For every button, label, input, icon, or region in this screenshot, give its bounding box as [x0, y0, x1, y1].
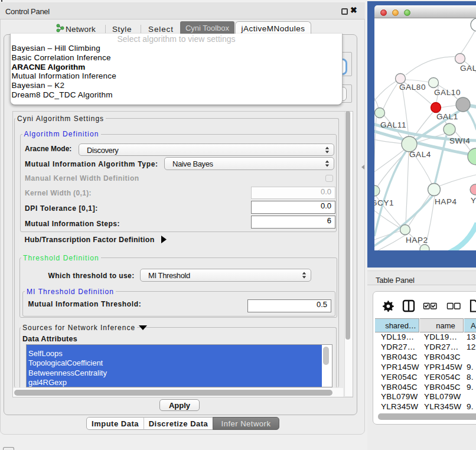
- svg-text:GAL11: GAL11: [380, 120, 406, 129]
- svg-text:GAL80: GAL80: [399, 83, 426, 92]
- svg-text:GAL4: GAL4: [409, 150, 431, 159]
- svg-text:GAL1: GAL1: [436, 112, 458, 121]
- svg-text:GCY1: GCY1: [374, 198, 394, 207]
- svg-text:GAL7: GAL7: [460, 64, 476, 73]
- svg-text:HAP2: HAP2: [406, 236, 428, 244]
- svg-text:GAL10: GAL10: [434, 88, 461, 97]
- svg-text:HAP4: HAP4: [435, 197, 457, 206]
- svg-text:Y: Y: [471, 196, 476, 205]
- svg-text:SWI4: SWI4: [449, 136, 470, 145]
